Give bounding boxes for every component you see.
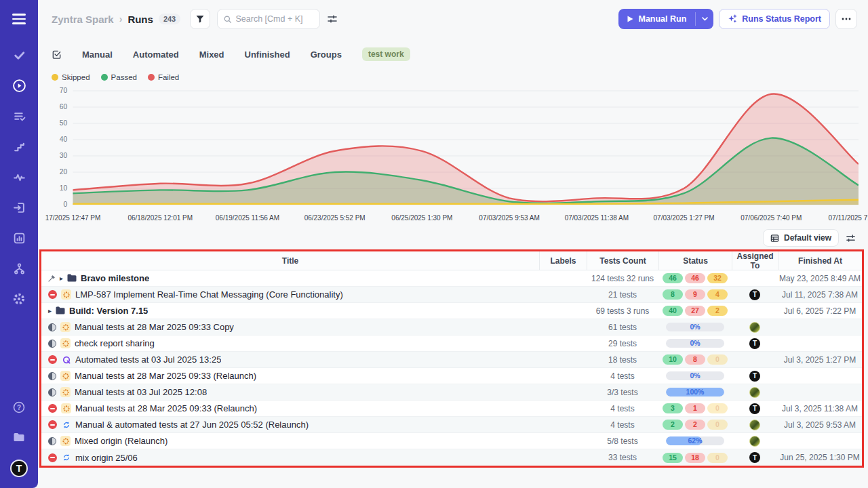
run-title[interactable]: check report sharing [75, 338, 155, 348]
table-row[interactable]: Manual tests at 28 Mar 2025 09:33 (Relau… [41, 401, 862, 417]
test-cases-check-icon[interactable] [12, 47, 26, 62]
run-title[interactable]: Manual & automated tests at 27 Jun 2025 … [75, 420, 309, 430]
cell-tests-count: 29 tests [587, 336, 658, 351]
assignee-avatar[interactable]: T [749, 403, 760, 414]
git-fork-icon[interactable] [12, 261, 26, 276]
passed-count-pill: 15 [663, 453, 683, 463]
legend-item-passed[interactable]: Passed [101, 73, 137, 81]
table-row[interactable]: check report sharing29 tests0%T [41, 336, 862, 352]
x-axis-tick-label: 06/19/2025 11:56 AM [216, 214, 279, 222]
main-content: Zyntra Spark › Runs 243 Manual Run [38, 0, 868, 488]
tests-count-text: 18 tests [608, 355, 637, 365]
run-title[interactable]: Mixed origin (Relaunch) [75, 436, 167, 446]
user-avatar[interactable]: T [10, 460, 28, 477]
tab-automated[interactable]: Automated [133, 49, 179, 60]
table-row[interactable]: Manual & automated tests at 27 Jun 2025 … [41, 417, 862, 433]
run-title[interactable]: LMP-587 Implement Real-Time Chat Messagi… [75, 289, 343, 300]
table-row[interactable]: mix origin 25/0633 tests15180TJun 25, 20… [41, 449, 862, 466]
svg-text:60: 60 [60, 104, 68, 111]
cell-assigned-to [732, 352, 778, 367]
settings-gear-icon[interactable] [12, 291, 26, 306]
cell-assigned-to [732, 417, 778, 432]
activity-pulse-icon[interactable] [12, 169, 26, 184]
legend-label: Skipped [62, 73, 90, 81]
table-row[interactable]: Manual tests at 28 Mar 2025 09:33 (Relau… [41, 368, 862, 384]
manual-run-type-icon [60, 322, 71, 332]
test-plans-list-check-icon[interactable] [12, 108, 26, 123]
cell-tests-count: 5/8 tests [587, 433, 658, 449]
table-row[interactable]: Manual tests at 28 Mar 2025 09:33 Copy61… [41, 319, 862, 336]
breadcrumb-project[interactable]: Zyntra Spark [52, 14, 114, 25]
table-settings-sliders-icon[interactable] [846, 233, 856, 243]
assignee-avatar[interactable] [749, 420, 760, 430]
cell-status: 40272 [658, 303, 732, 319]
assignee-avatar[interactable]: T [749, 452, 760, 463]
svg-text:10: 10 [60, 185, 68, 192]
assignee-avatar[interactable]: T [749, 289, 760, 300]
progress-bar: 0% [666, 339, 724, 348]
milestones-steps-icon[interactable] [12, 139, 26, 154]
cell-labels [539, 319, 587, 335]
run-title[interactable]: Manual tests at 28 Mar 2025 09:33 (Relau… [75, 403, 257, 413]
runs-area-chart: 010203040506070 17/2025 12:47 PM06/18/20… [38, 83, 868, 225]
cell-labels [539, 449, 587, 466]
more-actions-button[interactable] [835, 9, 857, 29]
expand-chevron-icon[interactable]: ▸ [60, 275, 63, 282]
run-title[interactable]: Manual tests at 03 Jul 2025 12:08 [75, 387, 207, 397]
breadcrumb-separator: › [119, 14, 123, 24]
run-title[interactable]: Bravo milestone [81, 273, 149, 283]
default-view-button[interactable]: Default view [763, 229, 839, 247]
assignee-avatar[interactable] [749, 322, 760, 333]
select-runs-icon[interactable] [52, 49, 62, 60]
reports-bar-chart-icon[interactable] [12, 230, 26, 245]
tab-groups[interactable]: Groups [311, 49, 342, 60]
breadcrumb: Zyntra Spark › Runs 243 [52, 14, 180, 25]
cell-status: 0% [658, 336, 732, 351]
column-header-finished-at: Finished At [778, 251, 862, 270]
status-in-progress-icon [48, 323, 56, 331]
tests-count-text: 21 tests [608, 290, 637, 300]
runs-status-report-button[interactable]: Runs Status Report [719, 9, 830, 29]
status-pills: 894 [663, 289, 728, 300]
tests-count-text: 4 tests [610, 404, 634, 413]
display-settings-sliders-icon[interactable] [327, 14, 338, 24]
expand-chevron-icon[interactable]: ▸ [48, 308, 52, 314]
hamburger-menu-icon[interactable] [12, 14, 26, 24]
run-title[interactable]: Manual tests at 28 Mar 2025 09:33 (Relau… [75, 371, 256, 381]
cell-labels [539, 401, 587, 416]
table-row[interactable]: ▸Bravo milestone124 tests 32 runs464632M… [41, 270, 862, 287]
tab-manual[interactable]: Manual [82, 49, 113, 60]
search-input[interactable] [236, 14, 314, 24]
cell-status: 1080 [658, 352, 732, 367]
projects-folder-icon[interactable] [12, 430, 26, 445]
run-title[interactable]: Build: Version 7.15 [69, 306, 148, 316]
manual-run-dropdown-button[interactable] [696, 9, 713, 29]
run-title[interactable]: mix origin 25/06 [75, 453, 138, 463]
legend-dot-icon [101, 74, 108, 81]
tab-unfinished[interactable]: Unfinished [245, 49, 290, 60]
assignee-avatar[interactable] [749, 436, 760, 447]
finished-at-text: Jul 3, 2025 11:38 AM [782, 404, 858, 413]
assignee-avatar[interactable] [749, 387, 760, 398]
legend-item-skipped[interactable]: Skipped [52, 73, 90, 81]
table-row[interactable]: Automated tests at 03 Jul 2025 13:2518 t… [41, 352, 862, 368]
table-row[interactable]: ▸Build: Version 7.1569 tests 3 runs40272… [41, 303, 862, 319]
assignee-avatar[interactable]: T [749, 338, 760, 349]
table-row[interactable]: Manual tests at 03 Jul 2025 12:083/3 tes… [41, 384, 862, 401]
run-title[interactable]: Automated tests at 03 Jul 2025 13:25 [75, 354, 221, 365]
table-row[interactable]: Mixed origin (Relaunch)5/8 tests62% [41, 433, 862, 449]
defects-import-icon[interactable] [12, 200, 26, 215]
tag-filter-test-work[interactable]: test work [362, 47, 410, 61]
runs-play-circle-icon[interactable] [12, 78, 26, 93]
tab-mixed[interactable]: Mixed [199, 49, 224, 60]
cell-finished-at: Jul 3, 2025 1:27 PM [778, 352, 862, 367]
legend-item-failed[interactable]: Failed [148, 73, 179, 81]
manual-run-button[interactable]: Manual Run [618, 9, 695, 29]
table-row[interactable]: LMP-587 Implement Real-Time Chat Messagi… [41, 287, 862, 303]
table-body: ▸Bravo milestone124 tests 32 runs464632M… [41, 270, 862, 466]
x-axis-tick-label: 06/18/2025 12:01 PM [127, 214, 193, 222]
assignee-avatar[interactable]: T [749, 371, 760, 382]
help-icon[interactable]: ? [12, 400, 26, 415]
filter-button[interactable] [190, 9, 210, 29]
run-title[interactable]: Manual tests at 28 Mar 2025 09:33 Copy [75, 322, 234, 332]
